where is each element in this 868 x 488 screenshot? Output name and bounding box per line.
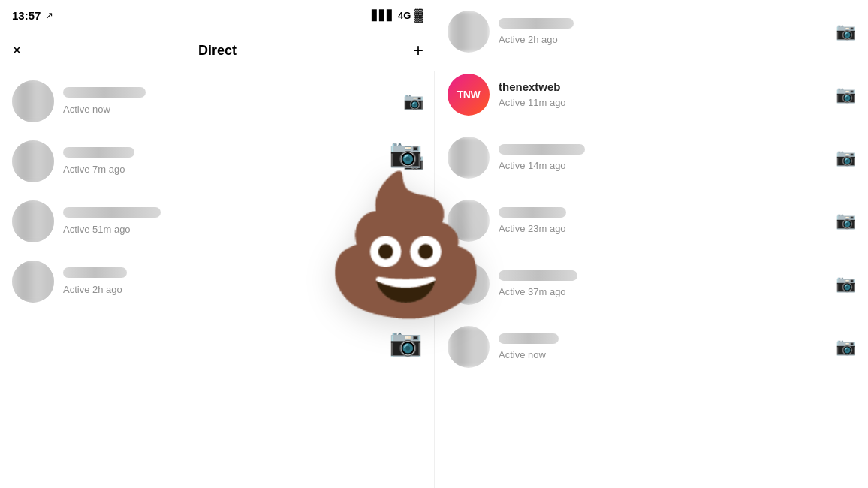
contact-name-blur xyxy=(499,207,566,218)
avatar xyxy=(12,80,54,122)
active-status: Active 7m ago xyxy=(63,164,125,175)
active-status: Active 37m ago xyxy=(499,286,566,297)
active-status: Active 2h ago xyxy=(63,284,122,295)
message-content: Active now xyxy=(63,87,397,116)
network-label: 4G xyxy=(398,10,411,21)
message-list: Active now 📷 Active 7m ago 📷 Active 51m … xyxy=(0,71,436,312)
contact-name-blur xyxy=(63,267,127,278)
camera-icon[interactable]: 📷 xyxy=(836,337,856,357)
contact-name-blur xyxy=(63,147,134,158)
direct-header: × Direct + xyxy=(0,30,436,71)
active-status: Active now xyxy=(499,349,546,360)
contact-name-blur xyxy=(499,270,577,281)
camera-icon[interactable]: 📷 xyxy=(403,152,423,171)
camera-icon[interactable]: 📷 xyxy=(836,274,856,294)
camera-icon[interactable]: 📷 xyxy=(403,272,423,291)
status-right-icons: ▋▋▋ 4G ▓ xyxy=(372,8,423,22)
list-item[interactable]: Active now 📷 xyxy=(436,315,868,378)
avatar xyxy=(448,263,490,305)
avatar: TNW xyxy=(448,74,490,116)
message-content: Active 14m ago xyxy=(499,144,836,172)
status-bar: 13:57 ↗ ▋▋▋ 4G ▓ xyxy=(0,0,436,30)
panel-divider xyxy=(434,0,435,488)
status-time: 13:57 xyxy=(12,9,41,22)
list-item[interactable]: Active now 📷 xyxy=(0,71,436,131)
camera-icon[interactable]: 📷 xyxy=(836,85,856,104)
avatar xyxy=(448,11,490,53)
right-message-list: Active 2h ago 📷 TNW thenextweb Active 11… xyxy=(436,0,868,378)
left-panel: 13:57 ↗ ▋▋▋ 4G ▓ × Direct + Active now 📷 xyxy=(0,0,436,488)
contact-name-blur xyxy=(63,207,161,218)
contact-name: thenextweb xyxy=(499,80,836,93)
camera-icon[interactable]: 📷 xyxy=(836,148,856,167)
message-content: Active 37m ago xyxy=(499,270,836,298)
list-item[interactable]: Active 51m ago 📷 xyxy=(0,191,436,252)
list-item[interactable]: Active 14m ago 📷 xyxy=(436,126,868,189)
message-content: thenextweb Active 11m ago xyxy=(499,80,836,109)
message-content: Active 2h ago xyxy=(499,18,836,46)
list-item[interactable]: Active 2h ago 📷 xyxy=(0,252,436,312)
camera-icon[interactable]: 📷 xyxy=(836,211,856,230)
battery-icon: ▓ xyxy=(414,8,423,22)
avatar xyxy=(448,137,490,179)
camera-icon[interactable]: 📷 xyxy=(403,92,423,111)
message-content: Active 7m ago xyxy=(63,147,397,176)
active-status: Active 11m ago xyxy=(499,97,566,108)
new-message-button[interactable]: + xyxy=(413,40,423,61)
avatar xyxy=(448,326,490,368)
active-status: Active 23m ago xyxy=(499,223,566,234)
list-item[interactable]: TNW thenextweb Active 11m ago 📷 xyxy=(436,63,868,126)
message-content: Active 23m ago xyxy=(499,207,836,235)
contact-name-blur xyxy=(499,333,559,344)
avatar xyxy=(448,200,490,242)
active-status: Active now xyxy=(63,104,110,115)
active-status: Active 2h ago xyxy=(499,34,558,45)
message-content: Active 51m ago xyxy=(63,207,397,236)
message-content: Active 2h ago xyxy=(63,267,397,296)
list-item[interactable]: Active 2h ago 📷 xyxy=(436,0,868,63)
list-item[interactable]: Active 7m ago 📷 xyxy=(0,131,436,191)
camera-icon[interactable]: 📷 xyxy=(403,212,423,231)
tnw-logo-text: TNW xyxy=(457,89,480,101)
contact-name-blur xyxy=(499,144,585,155)
camera-icon[interactable]: 📷 xyxy=(836,22,856,41)
active-status: Active 14m ago xyxy=(499,160,566,171)
page-title: Direct xyxy=(198,43,237,59)
avatar xyxy=(12,261,54,303)
back-button[interactable]: × xyxy=(12,41,22,60)
list-item[interactable]: Active 23m ago 📷 xyxy=(436,189,868,252)
active-status: Active 51m ago xyxy=(63,224,131,235)
list-item[interactable]: Active 37m ago 📷 xyxy=(436,252,868,315)
contact-name-blur xyxy=(63,87,146,98)
contact-name-blur xyxy=(499,18,574,29)
avatar xyxy=(12,140,54,182)
signal-icon: ▋▋▋ xyxy=(372,10,394,21)
right-panel: Active 2h ago 📷 TNW thenextweb Active 11… xyxy=(436,0,868,488)
location-icon: ↗ xyxy=(45,10,53,21)
message-content: Active now xyxy=(499,333,836,361)
avatar xyxy=(12,200,54,242)
